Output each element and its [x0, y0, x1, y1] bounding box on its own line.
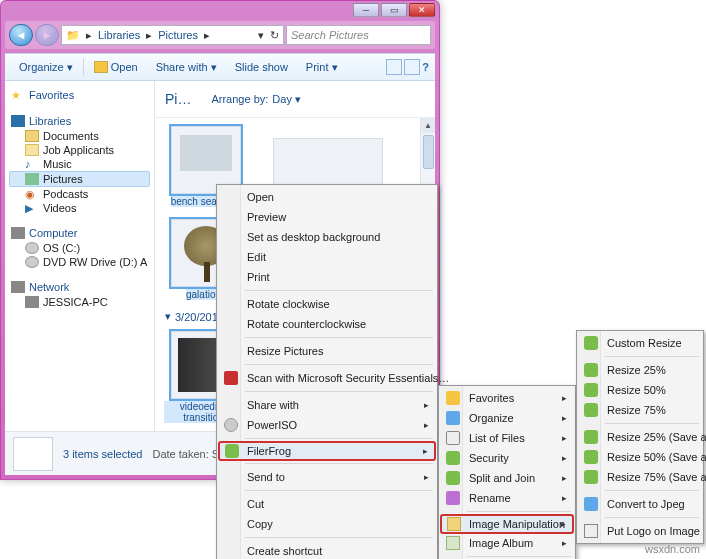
- menu-custom-resize[interactable]: Custom Resize: [579, 333, 701, 353]
- menu-set-desktop[interactable]: Set as desktop background: [219, 227, 435, 247]
- share-button[interactable]: Share with ▾: [148, 59, 225, 76]
- address-bar[interactable]: 📁 ▸ Libraries ▸ Pictures ▸ ▾ ↻: [61, 25, 284, 45]
- menu-copy[interactable]: Copy: [219, 514, 435, 534]
- close-button[interactable]: ✕: [409, 3, 435, 17]
- status-count: 3 items selected: [63, 448, 142, 460]
- menu-resize-pictures[interactable]: Resize Pictures: [219, 341, 435, 361]
- menu-image-manipulation[interactable]: Image Manipulation: [441, 515, 573, 533]
- scroll-thumb[interactable]: [423, 135, 434, 169]
- sidebar-item-jessicapc[interactable]: JESSICA-PC: [9, 295, 150, 309]
- arrange-value[interactable]: Day ▾: [272, 93, 301, 106]
- menu-put-logo[interactable]: Put Logo on Image: [579, 521, 701, 541]
- library-title: Pi…: [165, 91, 191, 107]
- favorites-group[interactable]: ★Favorites: [9, 87, 150, 103]
- context-menu: Open Preview Set as desktop background E…: [216, 184, 438, 559]
- menu-list-of-files[interactable]: List of Files: [441, 428, 573, 448]
- forward-button[interactable]: ►: [35, 24, 59, 46]
- titlebar: ─ ▭ ✕: [1, 1, 439, 21]
- menu-split-join[interactable]: Split and Join: [441, 468, 573, 488]
- dropdown-icon[interactable]: ▾: [258, 29, 264, 42]
- menu-poweriso[interactable]: PowerISO: [219, 415, 435, 435]
- menu-scan-mse[interactable]: Scan with Microsoft Security Essentials…: [219, 368, 435, 388]
- sidebar-item-music[interactable]: ♪Music: [9, 157, 150, 171]
- menu-resize75j[interactable]: Resize 75% (Save as Jpeg): [579, 467, 701, 487]
- menu-security[interactable]: Security: [441, 448, 573, 468]
- open-button[interactable]: Open: [86, 59, 146, 75]
- network-group[interactable]: Network: [9, 279, 150, 295]
- menu-image-album[interactable]: Image Album: [441, 533, 573, 553]
- menu-resize25[interactable]: Resize 25%: [579, 360, 701, 380]
- maximize-button[interactable]: ▭: [381, 3, 407, 17]
- menu-resize75[interactable]: Resize 75%: [579, 400, 701, 420]
- libraries-group[interactable]: Libraries: [9, 113, 150, 129]
- menu-open[interactable]: Open: [219, 187, 435, 207]
- menu-print[interactable]: Print: [219, 267, 435, 287]
- watermark: wsxdn.com: [645, 543, 700, 555]
- image-manip-submenu: Custom Resize Resize 25% Resize 50% Resi…: [576, 330, 704, 544]
- crumb-pictures[interactable]: Pictures: [158, 29, 198, 41]
- menu-edit[interactable]: Edit: [219, 247, 435, 267]
- menu-resize25j[interactable]: Resize 25% (Save as Jpeg): [579, 427, 701, 447]
- refresh-icon[interactable]: ↻: [270, 29, 279, 42]
- menu-share-with[interactable]: Share with: [219, 395, 435, 415]
- menu-organize[interactable]: Organize: [441, 408, 573, 428]
- back-button[interactable]: ◄: [9, 24, 33, 46]
- menu-create-shortcut[interactable]: Create shortcut: [219, 541, 435, 559]
- menu-resize50j[interactable]: Resize 50% (Save as Jpeg): [579, 447, 701, 467]
- menu-rotate-cw[interactable]: Rotate clockwise: [219, 294, 435, 314]
- help-icon[interactable]: ?: [422, 61, 429, 73]
- menu-rename2[interactable]: Rename: [441, 488, 573, 508]
- arrange-label: Arrange by:: [211, 93, 268, 105]
- view-options-icon[interactable]: [386, 59, 402, 75]
- folder-icon: 📁: [66, 29, 80, 42]
- command-bar: Organize ▾ Open Share with ▾ Slide show …: [5, 53, 435, 81]
- search-input[interactable]: Search Pictures: [286, 25, 431, 45]
- crumb-libraries[interactable]: Libraries: [98, 29, 140, 41]
- menu-favorites[interactable]: Favorites: [441, 388, 573, 408]
- computer-group[interactable]: Computer: [9, 225, 150, 241]
- print-button[interactable]: Print ▾: [298, 59, 346, 76]
- menu-rotate-ccw[interactable]: Rotate counterclockwise: [219, 314, 435, 334]
- organize-button[interactable]: Organize ▾: [11, 59, 81, 76]
- menu-convert-jpeg[interactable]: Convert to Jpeg: [579, 494, 701, 514]
- menu-resize50[interactable]: Resize 50%: [579, 380, 701, 400]
- filerfrog-submenu: Favorites Organize List of Files Securit…: [438, 385, 576, 559]
- minimize-button[interactable]: ─: [353, 3, 379, 17]
- nav-bar: ◄ ► 📁 ▸ Libraries ▸ Pictures ▸ ▾ ↻ Searc…: [5, 21, 435, 49]
- sidebar-item-pictures[interactable]: Pictures: [9, 171, 150, 187]
- menu-cut[interactable]: Cut: [219, 494, 435, 514]
- slideshow-button[interactable]: Slide show: [227, 59, 296, 75]
- sidebar-item-dvd[interactable]: DVD RW Drive (D:) A: [9, 255, 150, 269]
- sidebar-item-osc[interactable]: OS (C:): [9, 241, 150, 255]
- menu-filerfrog[interactable]: FilerFrog: [219, 442, 435, 460]
- status-thumb: [13, 437, 53, 471]
- nav-pane: ★Favorites Libraries Documents Job Appli…: [5, 81, 155, 431]
- sidebar-item-jobapplicants[interactable]: Job Applicants: [9, 143, 150, 157]
- menu-preview[interactable]: Preview: [219, 207, 435, 227]
- scroll-up-icon[interactable]: ▲: [421, 118, 435, 133]
- sidebar-item-podcasts[interactable]: ◉Podcasts: [9, 187, 150, 201]
- menu-send-to[interactable]: Send to: [219, 467, 435, 487]
- preview-pane-icon[interactable]: [404, 59, 420, 75]
- sidebar-item-documents[interactable]: Documents: [9, 129, 150, 143]
- sidebar-item-videos[interactable]: ▶Videos: [9, 201, 150, 215]
